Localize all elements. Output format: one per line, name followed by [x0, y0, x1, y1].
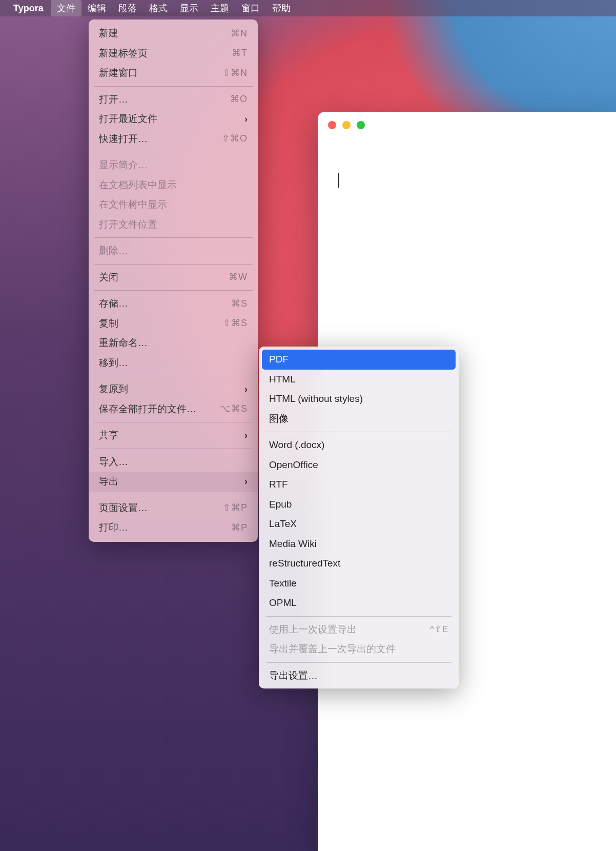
menu-item[interactable]: 共享›	[89, 426, 258, 445]
menubar-item[interactable]: 显示	[174, 0, 204, 16]
minimize-window-button[interactable]	[342, 121, 351, 129]
submenu-item[interactable]: 图像	[262, 409, 456, 429]
menu-item[interactable]: 新建窗口⇧⌘N	[89, 63, 258, 83]
menu-shortcut: ⌘N	[231, 27, 248, 40]
submenu-item[interactable]: Media Wiki	[262, 534, 456, 554]
submenu-item[interactable]: Textile	[262, 574, 456, 594]
menu-shortcut: ⌘T	[232, 46, 248, 60]
menu-separator	[94, 495, 253, 495]
menu-item-label: 在文件树中显示	[99, 197, 167, 212]
menu-item-label: 共享	[99, 428, 118, 443]
menu-item[interactable]: 复原到›	[89, 379, 258, 399]
menu-item[interactable]: 复制⇧⌘S	[89, 314, 258, 334]
chevron-right-icon: ›	[244, 382, 248, 396]
menubar-item[interactable]: 编辑	[81, 0, 112, 16]
menu-item-label: 新建	[99, 26, 118, 41]
menu-shortcut: ⇧⌘O	[222, 132, 248, 146]
menu-item-label: 重新命名…	[99, 336, 148, 351]
menubar-item[interactable]: 帮助	[266, 0, 297, 16]
menu-separator	[94, 422, 253, 422]
menu-item[interactable]: 打印…⌘P	[89, 518, 258, 538]
menu-shortcut: ⇧⌘S	[223, 316, 248, 330]
menu-item[interactable]: 保存全部打开的文件…⌥⌘S	[89, 399, 258, 419]
menu-item-label: 打开最近文件	[99, 112, 157, 127]
menubar-item[interactable]: 文件	[51, 0, 81, 16]
menu-separator	[94, 152, 253, 152]
menu-item-label: 打开…	[99, 92, 128, 107]
submenu-item[interactable]: Word (.docx)	[262, 435, 456, 455]
submenu-item-label: 导出设置…	[269, 668, 318, 683]
submenu-item[interactable]: reStructuredText	[262, 554, 456, 574]
submenu-item[interactable]: OpenOffice	[262, 455, 456, 475]
close-window-button[interactable]	[328, 121, 336, 129]
window-controls	[328, 121, 365, 129]
menu-item[interactable]: 新建⌘N	[89, 24, 258, 44]
menu-item[interactable]: 移到…	[89, 353, 258, 373]
menu-item[interactable]: 页面设置…⇧⌘P	[89, 498, 258, 518]
submenu-item-label: HTML	[269, 372, 296, 387]
menu-item-label: 复制	[99, 316, 118, 331]
menu-shortcut: ⇧⌘P	[223, 501, 248, 515]
menu-item-label: 打印…	[99, 520, 128, 535]
submenu-item[interactable]: HTML	[262, 370, 456, 390]
menu-item: 打开文件位置	[89, 215, 258, 235]
menu-item[interactable]: 导出›	[89, 472, 258, 492]
submenu-item[interactable]: 导出设置…	[262, 666, 456, 686]
export-submenu: PDFHTMLHTML (without styles)图像Word (.doc…	[259, 347, 459, 688]
submenu-item[interactable]: PDF	[262, 350, 456, 370]
zoom-window-button[interactable]	[357, 121, 365, 129]
file-menu-dropdown: 新建⌘N新建标签页⌘T新建窗口⇧⌘N打开…⌘O打开最近文件›快速打开…⇧⌘O显示…	[89, 19, 258, 542]
submenu-item-label: OpenOffice	[269, 458, 318, 473]
menu-item-label: 在文档列表中显示	[99, 178, 177, 193]
submenu-item-label: Epub	[269, 497, 292, 512]
menu-shortcut: ⌘W	[229, 270, 248, 284]
submenu-item[interactable]: LaTeX	[262, 514, 456, 534]
app-name[interactable]: Typora	[13, 3, 44, 14]
menu-item-label: 新建窗口	[99, 66, 138, 80]
submenu-item[interactable]: RTF	[262, 475, 456, 495]
menu-item-label: 删除…	[99, 244, 128, 258]
submenu-item: 使用上一次设置导出^⇧E	[262, 620, 456, 640]
menu-separator	[266, 616, 451, 617]
menu-item[interactable]: 重新命名…	[89, 333, 258, 353]
menu-item[interactable]: 新建标签页⌘T	[89, 44, 258, 64]
submenu-item-label: PDF	[269, 352, 289, 367]
menu-shortcut: ⌘S	[231, 297, 248, 311]
menu-separator	[266, 662, 451, 663]
menubar-item[interactable]: 窗口	[235, 0, 266, 16]
menu-item[interactable]: 打开…⌘O	[89, 90, 258, 110]
submenu-item-label: 使用上一次设置导出	[269, 622, 357, 637]
submenu-item-label: Word (.docx)	[269, 438, 324, 453]
menu-item-label: 移到…	[99, 356, 128, 371]
submenu-item-label: RTF	[269, 477, 288, 492]
menu-shortcut: ⇧⌘N	[222, 66, 248, 80]
menu-item-label: 保存全部打开的文件…	[99, 402, 196, 417]
submenu-item-label: OPML	[269, 596, 297, 611]
menu-item[interactable]: 导入…	[89, 452, 258, 472]
menu-item[interactable]: 关闭⌘W	[89, 268, 258, 288]
submenu-item[interactable]: OPML	[262, 593, 456, 613]
submenu-item-label: 图像	[269, 412, 289, 427]
menu-item[interactable]: 打开最近文件›	[89, 109, 258, 129]
menu-item-label: 快速打开…	[99, 132, 148, 147]
submenu-item: 导出并覆盖上一次导出的文件	[262, 639, 456, 659]
chevron-right-icon: ›	[244, 475, 248, 489]
menu-item-label: 新建标签页	[99, 46, 148, 61]
chevron-right-icon: ›	[244, 429, 248, 442]
menu-item-label: 存储…	[99, 296, 128, 311]
menu-item[interactable]: 快速打开…⇧⌘O	[89, 129, 258, 149]
menu-item-label: 复原到	[99, 382, 128, 397]
menubar-item[interactable]: 段落	[112, 0, 143, 16]
menubar-item[interactable]: 格式	[143, 0, 174, 16]
menu-item: 在文档列表中显示	[89, 175, 258, 195]
menu-shortcut: ⌘O	[230, 92, 248, 106]
submenu-item[interactable]: Epub	[262, 495, 456, 515]
menubar-item[interactable]: 主题	[204, 0, 235, 16]
menu-shortcut: ⌥⌘S	[220, 402, 248, 416]
menu-separator	[266, 432, 451, 432]
menu-shortcut: ⌘P	[231, 521, 248, 535]
menu-item-label: 打开文件位置	[99, 217, 157, 232]
menu-item-label: 关闭	[99, 270, 118, 285]
submenu-item[interactable]: HTML (without styles)	[262, 389, 456, 409]
menu-item[interactable]: 存储…⌘S	[89, 294, 258, 314]
